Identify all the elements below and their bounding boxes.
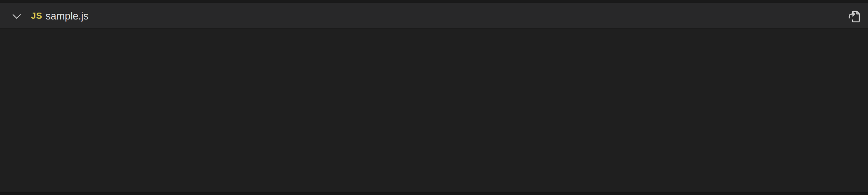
- javascript-icon: JS: [31, 9, 42, 22]
- diff-editor-window: JS sample.js 1// Sample Node.js script2−…: [0, 0, 868, 195]
- chevron-down-icon[interactable]: [11, 13, 22, 21]
- window-top-strip: [0, 0, 868, 3]
- window-bottom-strip: [0, 192, 868, 195]
- file-name: sample.js: [46, 9, 89, 23]
- open-file-icon[interactable]: [846, 8, 862, 25]
- file-header-bar[interactable]: JS sample.js: [0, 3, 868, 28]
